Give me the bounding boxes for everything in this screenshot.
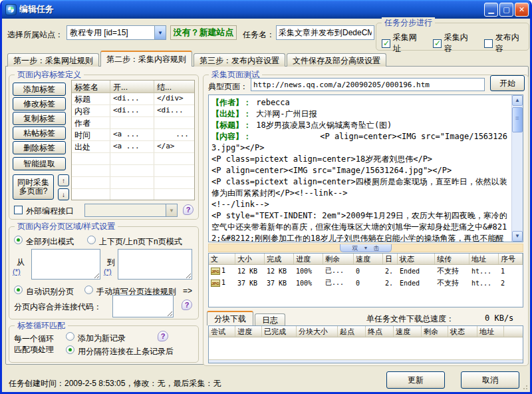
minimize-icon[interactable]: ▁ <box>484 3 498 17</box>
file-row[interactable]: JPG112 KB12 KB100%已...02.Ended不支持ht...1 <box>209 265 523 277</box>
subtab-2[interactable]: 日志 <box>255 313 285 325</box>
blocks-col-header[interactable]: 终点 <box>366 326 394 337</box>
files-col-header[interactable]: 大小 <box>235 254 265 264</box>
radio-join-record[interactable] <box>66 345 74 354</box>
main-tabs: 第一步：采集网址规则第二步：采集内容规则第三步：发布内容设置文件保存及部分高级设… <box>7 51 386 67</box>
radio-new-record[interactable] <box>66 332 74 341</box>
titlebar[interactable]: 编辑任务 ▁ ▢ ✕ <box>0 0 532 19</box>
test-result-text: 【作者】： rebecca【出处】： 大洋网-广州日报【标题】： 18岁男孩凌晨… <box>209 95 511 242</box>
tag-button-2[interactable]: 修改标签 <box>13 97 66 110</box>
checkbox-icon[interactable] <box>484 39 493 48</box>
paging-from-input[interactable] <box>31 249 100 280</box>
help-icon[interactable]: ? <box>182 299 192 310</box>
splitter-grip: 双 <box>352 245 358 252</box>
table-row[interactable]: 内容<di...<di... <box>72 105 194 117</box>
tag-table-header: 标签名开...结... <box>72 81 194 93</box>
scrollbar-thumb[interactable] <box>512 107 523 132</box>
chevron-down-icon[interactable]: ▼ <box>154 26 166 39</box>
blocks-col-header[interactable]: 尝试 <box>209 326 235 337</box>
tag-col-header[interactable]: 开... <box>110 81 154 93</box>
blocks-col-header[interactable]: 进度 <box>235 326 262 337</box>
site-select[interactable]: 教程专用 [id=15] ▼ <box>66 25 166 40</box>
splitter-collapse-handle[interactable]: 双 ▼ 击 <box>340 244 392 252</box>
blocks-col-header[interactable]: 剩余 <box>422 326 448 337</box>
typical-page-url-input[interactable] <box>251 78 485 91</box>
new-site-button[interactable]: 没有？新建站点 <box>170 25 237 40</box>
files-col-header[interactable]: 速度 <box>354 254 383 264</box>
tag-button-1[interactable]: 添加标签 <box>13 83 66 96</box>
scroll-down-icon[interactable]: ▼ <box>512 231 523 242</box>
checkbox-icon[interactable] <box>433 39 442 48</box>
files-col-header[interactable]: 进度 <box>294 254 323 264</box>
table-row[interactable] <box>72 189 194 200</box>
blocks-col-header[interactable]: 状态 <box>448 326 477 337</box>
blocks-table[interactable]: 尝试进度已完成分块大小起点终点速度剩余状态地址 <box>208 325 523 363</box>
field-tag-label: 【标题】： <box>211 120 251 130</box>
files-col-header[interactable]: 状态 <box>398 254 435 264</box>
horizontal-scrollbar[interactable] <box>209 359 523 363</box>
tab-step-3[interactable]: 第三步：发布内容设置 <box>194 53 285 67</box>
table-row[interactable]: 标题<di...</div> <box>72 93 194 105</box>
tag-button-6[interactable]: 智能提取 <box>13 157 66 170</box>
subtab-1[interactable]: 分块下载 <box>207 311 253 325</box>
tag-button-4[interactable]: 粘帖标签 <box>13 126 66 140</box>
splitter-bar[interactable]: 双 ▼ 击 <box>208 244 523 252</box>
tag-button-5[interactable]: 删除标签 <box>13 141 66 154</box>
maximize-icon[interactable]: ▢ <box>499 3 513 17</box>
table-row[interactable] <box>72 165 194 177</box>
resize-grip[interactable] <box>521 383 529 391</box>
jpg-file-icon: JPG <box>211 268 220 275</box>
merge-code-input[interactable] <box>112 295 174 317</box>
files-col-header[interactable]: 地址 <box>469 254 499 264</box>
multi-page-button[interactable]: 同时采集多页面? <box>13 174 54 200</box>
radio-updown-mode[interactable] <box>87 236 96 244</box>
scroll-up-icon[interactable]: ▲ <box>512 95 523 106</box>
update-button[interactable]: 更新 <box>386 371 445 389</box>
table-row[interactable]: 作者 <box>72 117 194 129</box>
files-col-header[interactable]: 文 <box>209 254 235 264</box>
checkbox-icon[interactable] <box>382 39 390 48</box>
tag-col-header[interactable]: 结... <box>154 81 192 93</box>
blocks-col-header[interactable]: 速度 <box>394 326 422 337</box>
tab-step-1[interactable]: 第一步：采集网址规则 <box>7 53 99 67</box>
help-icon[interactable]: ? <box>183 204 194 215</box>
tag-col-header[interactable]: 标签名 <box>72 81 110 93</box>
help-icon[interactable]: ? <box>158 331 168 341</box>
test-result-box[interactable]: 【作者】： rebecca【出处】： 大洋网-广州日报【标题】： 18岁男孩凌晨… <box>208 95 523 242</box>
table-row[interactable] <box>72 153 194 165</box>
vertical-scrollbar[interactable]: ▲ ▼ <box>511 95 523 242</box>
sub-tabs: 分块下载日志 <box>207 311 285 325</box>
files-col-header[interactable]: 序号 <box>499 254 523 264</box>
radio-list-all[interactable] <box>14 236 23 244</box>
blocks-col-header[interactable]: 分块大小 <box>297 326 338 337</box>
cancel-button[interactable]: 取消 <box>461 371 519 389</box>
table-row[interactable]: 时间<a ...... <box>72 129 194 141</box>
close-icon[interactable]: ✕ <box>515 3 529 17</box>
table-row[interactable] <box>72 177 194 189</box>
radio-manual-paging[interactable] <box>84 286 93 294</box>
tag-table[interactable]: 标签名开...结... 标题<di...</div>内容<di...<di...… <box>71 80 195 200</box>
files-col-header[interactable]: 完成 <box>265 254 294 264</box>
radio-auto-paging[interactable] <box>14 286 23 294</box>
paging-to-input[interactable] <box>118 249 192 280</box>
download-files-table[interactable]: 文大小完成进度剩余速度日状态续传地址序号 JPG112 KB12 KB100%已… <box>208 253 523 307</box>
blocks-col-header[interactable]: 地址 <box>477 326 504 337</box>
start-button[interactable]: 开始 <box>490 75 525 91</box>
typical-page-label: 典型页面： <box>208 81 248 93</box>
tab-step-4[interactable]: 文件保存及部分高级设置 <box>287 53 386 67</box>
field-value: 18岁男孩凌晨3点火锅城离奇坠亡(图) <box>251 120 392 130</box>
files-col-header[interactable]: 日 <box>383 254 398 264</box>
files-col-header[interactable]: 续传 <box>435 254 469 264</box>
tag-button-3[interactable]: 复制标签 <box>13 112 66 125</box>
file-row[interactable]: JPG137 KB37 KB100%已...02.Ended不支持ht...2 <box>209 277 523 289</box>
manual-rule-arrow[interactable]: => <box>183 286 192 296</box>
arrow-up-icon[interactable]: ↑ <box>58 174 69 186</box>
table-row[interactable]: 出处<a ...</a> <box>72 141 194 153</box>
tab-step-2[interactable]: 第二步：采集内容规则 <box>100 51 192 67</box>
task-name-input[interactable] <box>276 25 374 40</box>
files-col-header[interactable]: 剩余 <box>323 254 354 264</box>
external-api-checkbox[interactable] <box>14 206 23 214</box>
blocks-col-header[interactable]: 起点 <box>338 326 366 337</box>
arrow-down-icon[interactable]: ↓ <box>58 188 69 200</box>
blocks-col-header[interactable]: 已完成 <box>262 326 297 337</box>
